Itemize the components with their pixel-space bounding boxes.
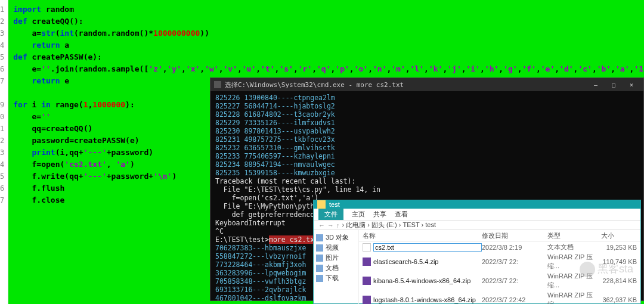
file-row[interactable]: cs2.txt2022/3/8 2:19文本文档19,253 KB — [359, 242, 640, 252]
file-row[interactable]: elasticsearch-6.5.4.zip2022/3/7 22:WinRA… — [359, 252, 640, 271]
file-row[interactable]: logstash-8.0.1-windows-x86_64.zip2022/3/… — [359, 290, 640, 304]
sidebar-item-video[interactable]: 视频 — [316, 243, 356, 253]
file-name: kibana-6.5.4-windows-x86_64.zip — [373, 277, 482, 284]
col-大小[interactable]: 大小 — [601, 231, 637, 240]
folder-icon — [317, 200, 326, 209]
minimize-button[interactable]: — — [587, 79, 604, 90]
col-修改日期[interactable]: 修改日期 — [482, 231, 547, 240]
explorer-filelist: 名称修改日期类型大小 cs2.txt2022/3/8 2:19文本文档19,25… — [359, 230, 640, 304]
menu-共享[interactable]: 共享 — [373, 210, 386, 219]
zip-file-icon — [363, 296, 371, 304]
cmd-icon — [214, 81, 221, 88]
explorer-ribbon: 文件主页共享查看 — [314, 209, 640, 221]
menu-文件[interactable]: 文件 — [318, 209, 343, 220]
menu-查看[interactable]: 查看 — [395, 210, 408, 219]
maximize-button[interactable]: □ — [605, 79, 622, 90]
explorer-sidebar: 3D 对象视频图片文档下载 — [314, 230, 359, 304]
explorer-titlebar[interactable]: test — [314, 200, 640, 209]
txt-file-icon — [363, 243, 371, 252]
image-icon — [316, 255, 323, 262]
menu-主页[interactable]: 主页 — [352, 210, 365, 219]
video-icon — [316, 244, 323, 252]
file-name: logstash-8.0.1-windows-x86_64.zip — [373, 296, 482, 303]
sidebar-item-cube[interactable]: 3D 对象 — [316, 232, 356, 243]
col-类型[interactable]: 类型 — [547, 231, 601, 240]
column-headers[interactable]: 名称修改日期类型大小 — [359, 230, 640, 242]
nav-back-icon[interactable]: ← — [318, 222, 325, 229]
cmd-title-text: 选择C:\Windows\System32\cmd.exe - more cs2… — [225, 80, 404, 89]
doc-icon — [316, 265, 323, 272]
cmd-titlebar[interactable]: 选择C:\Windows\System32\cmd.exe - more cs2… — [210, 78, 643, 91]
zip-file-icon — [363, 277, 371, 285]
explorer-addressbar[interactable]: ← → ↑ › 此电脑 › 固头 (E:) › TEST › test — [314, 221, 640, 230]
cube-icon — [316, 234, 323, 241]
col-名称[interactable]: 名称 — [363, 231, 482, 240]
nav-up-icon[interactable]: ↑ — [336, 222, 340, 229]
close-button[interactable]: × — [623, 79, 640, 90]
explorer-title: test — [329, 201, 340, 208]
file-row[interactable]: kibana-6.5.4-windows-x86_64.zip2022/3/7 … — [359, 271, 640, 290]
line-gutter: 1234567901234567 — [0, 0, 8, 304]
file-name: cs2.txt — [373, 243, 482, 252]
breadcrumb[interactable]: › 此电脑 › 固头 (E:) › TEST › test — [342, 221, 436, 229]
sidebar-item-doc[interactable]: 文档 — [316, 263, 356, 273]
window-controls: — □ × — [587, 79, 640, 90]
file-name: elasticsearch-6.5.4.zip — [373, 258, 482, 265]
zip-file-icon — [363, 258, 371, 266]
explorer-window: test 文件主页共享查看 ← → ↑ › 此电脑 › 固头 (E:) › TE… — [313, 200, 641, 304]
sidebar-item-image[interactable]: 图片 — [316, 253, 356, 263]
nav-forward-icon[interactable]: → — [327, 222, 334, 229]
download-icon — [316, 275, 323, 282]
sidebar-item-download[interactable]: 下载 — [316, 273, 356, 283]
